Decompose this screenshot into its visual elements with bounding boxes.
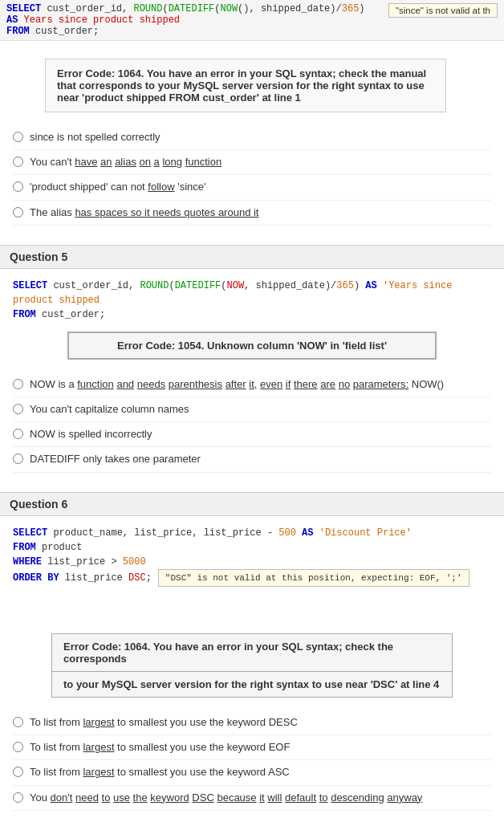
question4-body: Error Code: 1064. You have an error in y… (0, 41, 504, 235)
question6-label: Question 6 (10, 498, 67, 511)
q6-sql-line1: SELECT product_name, list_price, list_pr… (13, 526, 491, 540)
q4-option-1[interactable]: since is not spelled correctly (13, 125, 491, 150)
question5-label: Question 5 (10, 250, 67, 263)
q5-sql-line1: SELECT cust_order_id, ROUND(DATEDIFF(NOW… (13, 279, 491, 307)
question6-sql: SELECT product_name, list_price, list_pr… (13, 526, 491, 588)
question6-header: Question 6 (0, 492, 504, 516)
q4-label-1: since is not spelled correctly (30, 130, 161, 144)
q6-sql-line4-row: ORDER BY list_price DSC; "DSC" is not va… (13, 569, 491, 588)
q6-option-4[interactable]: You don't need to use the keyword DSC be… (13, 786, 491, 811)
question4-options: since is not spelled correctly You can't… (13, 125, 491, 226)
q4-option-4[interactable]: The alias has spaces so it needs quotes … (13, 201, 491, 226)
q6-radio-4[interactable] (13, 792, 23, 803)
question5-error-box: Error Code: 1054. Unknown column 'NOW' i… (67, 332, 437, 360)
q6-label-4: You don't need to use the keyword DSC be… (30, 791, 422, 805)
q4-label-4: The alias has spaces so it needs quotes … (30, 206, 258, 220)
q6-tooltip: "DSC" is not valid at this position, exp… (158, 569, 469, 588)
question5-section: Question 5 SELECT cust_order_id, ROUND(D… (0, 235, 504, 482)
q6-sql-line2: FROM product (13, 540, 491, 555)
question6-body: SELECT product_name, list_price, list_pr… (0, 516, 504, 820)
question5-options: NOW is a function and needs parenthesis … (13, 372, 491, 473)
q4-radio-1[interactable] (13, 132, 23, 142)
q5-option-1[interactable]: NOW is a function and needs parenthesis … (13, 372, 491, 397)
q6-label-2: To list from largest to smallest you use… (30, 740, 290, 755)
q6-option-3[interactable]: To list from largest to smallest you use… (13, 760, 491, 785)
q5-label-1: NOW is a function and needs parenthesis … (30, 377, 444, 392)
top-bar: SELECT cust_order_id, ROUND(DATEDIFF(NOW… (0, 0, 504, 41)
q5-option-3[interactable]: NOW is spelled incorrectly (13, 422, 491, 447)
q6-option-2[interactable]: To list from largest to smallest you use… (13, 735, 491, 760)
q5-radio-2[interactable] (13, 404, 23, 414)
q6-label-1: To list from largest to smallest you use… (30, 715, 298, 730)
q4-radio-2[interactable] (13, 157, 23, 167)
q5-label-2: You can't capitalize column names (30, 402, 189, 417)
q6-option-1[interactable]: To list from largest to smallest you use… (13, 710, 491, 735)
q5-sql-line2: FROM cust_order; (13, 307, 491, 322)
q5-radio-3[interactable] (13, 429, 23, 439)
question4-error-box: Error Code: 1064. You have an error in y… (45, 59, 446, 112)
q5-option-2[interactable]: You can't capitalize column names (13, 397, 491, 422)
q6-radio-1[interactable] (13, 717, 23, 727)
top-sql-line1: SELECT cust_order_id, ROUND(DATEDIFF(NOW… (6, 3, 382, 26)
q4-label-2: You can't have an alias on a long functi… (30, 155, 222, 169)
q5-radio-4[interactable] (13, 454, 23, 464)
q6-label-3: To list from largest to smallest you use… (30, 765, 290, 779)
q4-option-2[interactable]: You can't have an alias on a long functi… (13, 150, 491, 175)
q6-sql-line4: ORDER BY list_price DSC; (13, 571, 152, 585)
q6-radio-3[interactable] (13, 767, 23, 777)
q4-label-3: 'product shipped' can not follow 'since' (30, 180, 206, 194)
q6-radio-2[interactable] (13, 742, 23, 752)
q6-sql-line3: WHERE list_price > 5000 (13, 555, 491, 569)
q4-option-3[interactable]: 'product shipped' can not follow 'since' (13, 175, 491, 200)
question5-header: Question 5 (0, 245, 504, 269)
question5-sql: SELECT cust_order_id, ROUND(DATEDIFF(NOW… (13, 279, 491, 322)
q5-radio-1[interactable] (13, 379, 23, 389)
q4-radio-4[interactable] (13, 207, 23, 218)
question6-options: To list from largest to smallest you use… (13, 710, 491, 811)
q5-label-3: NOW is spelled incorrectly (30, 427, 152, 442)
question6-section: Question 6 SELECT product_name, list_pri… (0, 482, 504, 820)
question6-error-box2: to your MySQL server version for the rig… (51, 672, 453, 698)
top-sql-line2: FROM cust_order; (6, 26, 382, 37)
question6-error-box1: Error Code: 1064. You have an error in y… (51, 633, 453, 672)
question5-body: SELECT cust_order_id, ROUND(DATEDIFF(NOW… (0, 269, 504, 482)
q5-label-4: DATEDIFF only takes one parameter (30, 452, 201, 466)
q4-radio-3[interactable] (13, 181, 23, 192)
q5-option-4[interactable]: DATEDIFF only takes one parameter (13, 447, 491, 472)
top-error-tooltip: "since" is not valid at th (388, 3, 498, 18)
